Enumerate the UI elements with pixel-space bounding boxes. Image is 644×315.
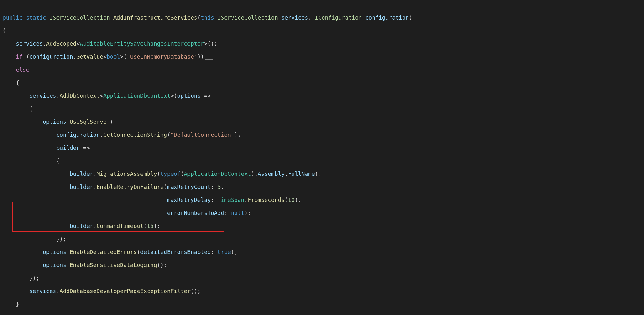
code-line[interactable]: { [0,79,644,86]
code-line[interactable]: builder.EnableRetryOnFailure(maxRetryCou… [0,184,644,190]
code-line[interactable]: }); [0,236,644,242]
code-line[interactable]: maxRetryDelay: TimeSpan.FromSeconds(10), [0,197,644,203]
code-line[interactable]: errorNumbersToAdd: null); [0,210,644,216]
code-line[interactable] [0,314,644,315]
code-line[interactable]: builder.MigrationsAssembly(typeof(Applic… [0,171,644,177]
code-line[interactable]: if (configuration.GetValue<bool>("UseInM… [0,53,644,60]
code-line[interactable]: public static IServiceCollection AddInfr… [0,14,644,21]
code-line[interactable]: builder => [0,144,644,151]
code-line[interactable]: { [0,158,644,164]
code-line[interactable]: options.EnableDetailedErrors(detailedErr… [0,249,644,255]
code-line[interactable]: services.AddDbContext<ApplicationDbConte… [0,92,644,99]
code-line[interactable]: builder.CommandTimeout(15); [0,223,644,229]
code-line[interactable]: } [0,301,644,307]
code-line[interactable]: options.UseSqlServer( [0,118,644,125]
code-line[interactable]: services.AddScoped<AuditableEntitySaveCh… [0,40,644,47]
code-line[interactable]: else [0,66,644,73]
code-line[interactable]: { [0,27,644,34]
code-line[interactable]: options.EnableSensitiveDataLogging(); [0,262,644,268]
code-line[interactable]: { [0,105,644,112]
code-line[interactable]: }); [0,275,644,281]
code-line[interactable]: services.AddDatabaseDeveloperPageExcepti… [0,288,644,294]
code-line[interactable]: configuration.GetConnectionString("Defau… [0,131,644,138]
fold-indicator[interactable]: ... [205,55,213,60]
code-editor[interactable]: public static IServiceCollection AddInfr… [0,0,644,315]
